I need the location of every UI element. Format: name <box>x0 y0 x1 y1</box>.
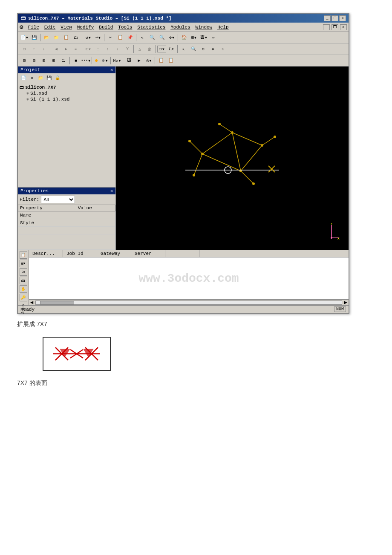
rotate-btn[interactable]: ↺▼ <box>84 33 93 42</box>
sort-desc-btn[interactable]: ↓ <box>39 44 49 54</box>
grid-btn[interactable]: ⊞ <box>20 44 29 54</box>
canvas-area[interactable]: Y X <box>116 66 349 250</box>
prev-btn[interactable]: ◀ <box>52 44 61 54</box>
proj-open-btn[interactable]: 🔓 <box>54 74 61 82</box>
menu-view[interactable]: View <box>58 24 74 30</box>
properties-panel: Properties ✕ Filter: All Property <box>18 187 115 250</box>
t3-7[interactable]: ▪▪▪▼ <box>81 56 90 65</box>
scroll-track[interactable] <box>35 301 342 305</box>
t2-btn[interactable]: ⊟ <box>93 44 103 54</box>
menu-minimize-btn[interactable]: – <box>323 24 330 30</box>
import-btn[interactable]: 🗂 <box>71 33 81 42</box>
t3-btn[interactable]: ↑ <box>103 44 112 54</box>
open-btn[interactable]: 📂 <box>42 33 51 42</box>
t3-10[interactable]: 🖼 <box>124 56 134 65</box>
t6-btn[interactable]: △ <box>135 44 144 54</box>
jobs-icon-3[interactable]: 🗂 <box>20 268 27 276</box>
scroll-thumb[interactable] <box>40 301 74 304</box>
move-btn[interactable]: ✥ <box>208 44 218 54</box>
t5-btn[interactable]: Y <box>123 44 132 54</box>
undo-btn[interactable]: ↩▼ <box>93 33 103 42</box>
jobs-icon-2[interactable]: ⊞▼ <box>20 260 27 267</box>
copy-btn[interactable]: 📋 <box>115 33 125 42</box>
t3-6[interactable]: ■ <box>71 56 81 65</box>
menu-modules[interactable]: Modules <box>168 24 192 30</box>
cut-btn[interactable]: ✂ <box>106 33 115 42</box>
menu-help[interactable]: Help <box>215 24 231 30</box>
zoom-btn[interactable]: ⊕ <box>199 44 208 54</box>
menu-modify[interactable]: Modify <box>75 24 96 30</box>
menu-restore-btn[interactable]: 🗖 <box>331 24 338 30</box>
cursor-btn[interactable]: ↖ <box>179 44 188 54</box>
t3-5[interactable]: 🗂 <box>59 56 68 65</box>
nav-btn[interactable]: ✥▼ <box>167 33 176 42</box>
t3-3[interactable]: ⊞ <box>39 56 49 65</box>
fx-btn[interactable]: fx <box>167 44 176 54</box>
scroll-right-btn[interactable]: ▶ <box>343 299 349 306</box>
proj-save-btn[interactable]: 💾 <box>45 74 53 82</box>
jobs-icon-1[interactable]: 📋 <box>20 251 27 259</box>
draw-btn[interactable]: ✒ <box>71 44 81 54</box>
surface-image <box>43 337 111 371</box>
jobs-icon-5[interactable]: ✋ <box>20 285 27 293</box>
open2-btn[interactable]: 📁 <box>52 33 61 42</box>
sort-asc-btn[interactable]: ↑ <box>29 44 39 54</box>
pen-btn[interactable]: ✏ <box>209 33 218 42</box>
t3-4[interactable]: ⊞ <box>49 56 58 65</box>
title-bar-controls: _ □ ✕ <box>324 15 346 21</box>
search-btn[interactable]: 🔍 <box>189 44 198 54</box>
save-btn[interactable]: 💾 <box>29 33 39 42</box>
menu-edit[interactable]: Edit <box>42 24 58 30</box>
proj-delete-btn[interactable]: ✕ <box>28 74 36 82</box>
scroll-left-btn[interactable]: ◀ <box>29 299 35 306</box>
menu-tools[interactable]: Tools <box>116 24 134 30</box>
t3-12[interactable]: ◎▼ <box>144 56 153 65</box>
style-btn[interactable]: 🖼▼ <box>199 33 208 42</box>
menu-window[interactable]: Window <box>193 24 215 30</box>
t7-btn[interactable]: 🗑 <box>145 44 154 54</box>
jobs-icon-4[interactable]: 🗃 <box>20 277 27 284</box>
t3-2[interactable]: ⊞ <box>29 56 39 65</box>
project-close-btn[interactable]: ✕ <box>110 67 113 72</box>
tree-item-si[interactable]: ⚛ Si.xsd <box>26 90 114 96</box>
menu-file[interactable]: File <box>26 24 41 30</box>
caption-text-2: 7X7 的表面 <box>17 379 375 387</box>
proj-folder-btn[interactable]: 📁 <box>37 74 44 82</box>
jobs-scrollbar[interactable]: ◀ ▶ <box>29 299 349 305</box>
project-root-item[interactable]: 🗃 silicon_7X7 <box>20 84 114 90</box>
prop-row-empty3 <box>18 242 115 250</box>
t4-btn[interactable]: ↓ <box>113 44 122 54</box>
t3-8[interactable]: ●▼ <box>100 56 109 65</box>
jobs-icon-6[interactable]: 🔑 <box>20 294 27 301</box>
tree-item-si111[interactable]: ⚛ Si (1 1 1).xsd <box>26 96 114 102</box>
t3-1[interactable]: ⊞ <box>20 56 29 65</box>
svg-line-0 <box>202 133 232 154</box>
prop-row-empty1 <box>18 227 115 234</box>
filter-select[interactable]: All <box>41 196 75 203</box>
t3-13[interactable]: 📋 <box>156 56 166 65</box>
proj-new-btn[interactable]: 📄 <box>20 74 27 82</box>
properties-close-btn[interactable]: ✕ <box>110 188 113 194</box>
table-btn[interactable]: ⊞▼ <box>84 44 93 54</box>
t3-14[interactable]: 📋 <box>166 56 176 65</box>
maximize-button[interactable]: □ <box>331 15 338 21</box>
t3-11[interactable]: ▶ <box>134 56 144 65</box>
paste-btn[interactable]: 📌 <box>125 33 135 42</box>
display-btn[interactable]: ⊞▼ <box>189 33 199 42</box>
sep15 <box>155 57 155 64</box>
close-button[interactable]: ✕ <box>339 15 346 21</box>
menu-statistics[interactable]: Statistics <box>135 24 167 30</box>
t3-9[interactable]: H₂▼ <box>112 56 121 65</box>
minimize-button[interactable]: _ <box>324 15 331 21</box>
zoom-out-btn[interactable]: 🔍 <box>157 33 167 42</box>
new-btn[interactable]: 📄▼ <box>20 33 29 42</box>
home-btn[interactable]: 🏠 <box>179 33 189 42</box>
zoom-in-btn[interactable]: 🔍 <box>147 33 157 42</box>
formula-btn[interactable]: ⊟▼ <box>157 46 166 52</box>
select-btn[interactable]: ↖ <box>138 33 147 42</box>
next-btn[interactable]: ▶ <box>61 44 71 54</box>
menu-build[interactable]: Build <box>97 24 115 30</box>
extra-btn[interactable]: ☆ <box>218 44 228 54</box>
open3-btn[interactable]: 📋 <box>61 33 71 42</box>
menu-close-btn[interactable]: ✕ <box>340 24 347 30</box>
